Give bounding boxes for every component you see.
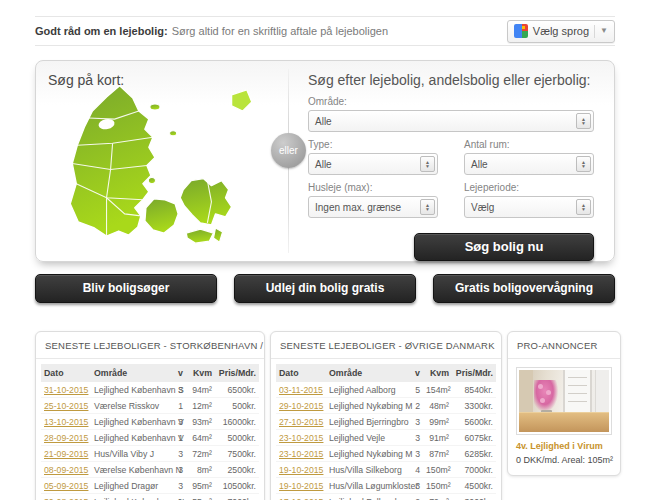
type-select[interactable]: Alle ▲▼ bbox=[308, 153, 438, 175]
table-row: 25-10-2015Værelse Risskov112m²500kr. bbox=[41, 398, 259, 414]
listing-date: 30-08-2015 bbox=[41, 494, 91, 500]
search-panel: Søg på kort: bbox=[35, 60, 615, 262]
select-stepper-icon: ▲▼ bbox=[420, 199, 435, 215]
listing-date-link[interactable]: 05-09-2015 bbox=[44, 481, 88, 491]
listing-date-link[interactable]: 08-09-2015 bbox=[44, 465, 88, 475]
listing-area: Lejlighed København V bbox=[91, 414, 174, 430]
type-select-value: Alle bbox=[309, 159, 420, 170]
rent-out-button[interactable]: Udlej din bolig gratis bbox=[234, 274, 416, 303]
table-row: 23-10-2015Lejlighed Nykøbing M387m²6285k… bbox=[276, 446, 496, 462]
column-header: Kvm bbox=[186, 364, 215, 382]
rent-select[interactable]: Ingen max. grænse ▲▼ bbox=[308, 196, 438, 218]
listing-price: 7500kr. bbox=[215, 446, 259, 462]
table-row: 27-10-2015Lejlighed Bjerringbro399m²5600… bbox=[276, 414, 496, 430]
listing-sqm: 87m² bbox=[423, 446, 452, 462]
table-row: 05-09-2015Lejlighed Dragør395m²10500kr. bbox=[41, 478, 259, 494]
map-region-zealand bbox=[180, 179, 231, 225]
listing-price: 6500kr. bbox=[215, 382, 259, 398]
listing-area: Lejlighed Vejle bbox=[326, 430, 411, 446]
listing-area: Lejlighed Bjerringbro bbox=[326, 414, 411, 430]
listing-date: 31-10-2015 bbox=[41, 382, 91, 398]
listing-date: 19-10-2015 bbox=[276, 462, 326, 478]
type-label: Type: bbox=[308, 139, 438, 150]
listing-date-link[interactable]: 23-10-2015 bbox=[279, 433, 323, 443]
area-field: Område: Alle ▲▼ bbox=[308, 96, 594, 132]
listing-sqm: 99m² bbox=[423, 414, 452, 430]
listing-date-link[interactable]: 29-10-2015 bbox=[279, 401, 323, 411]
listing-date: 17-10-2015 bbox=[276, 494, 326, 500]
listing-price: 500kr. bbox=[215, 398, 259, 414]
denmark-region-map[interactable] bbox=[44, 83, 276, 253]
listing-rooms: 5 bbox=[411, 382, 423, 398]
listing-price: 8540kr. bbox=[452, 382, 496, 398]
listing-date-link[interactable]: 31-10-2015 bbox=[44, 385, 88, 395]
listing-area: Lejlighed København S bbox=[91, 382, 174, 398]
pro-ad-details: 0 DKK/md. Areal: 105m² bbox=[516, 455, 612, 465]
listing-date: 03-11-2015 bbox=[276, 382, 326, 398]
listing-date-link[interactable]: 25-10-2015 bbox=[44, 401, 88, 411]
listing-area: Værelse København N bbox=[91, 462, 174, 478]
listing-date-link[interactable]: 23-10-2015 bbox=[279, 449, 323, 459]
map-pane: Søg på kort: bbox=[36, 61, 288, 261]
google-translate-icon bbox=[514, 24, 528, 38]
area-select[interactable]: Alle ▲▼ bbox=[308, 110, 594, 132]
listing-sqm: 72m² bbox=[186, 446, 215, 462]
table-row: 19-10-2015Hus/Villa Silkeborg4150m²7000k… bbox=[276, 462, 496, 478]
rooms-select[interactable]: Alle ▲▼ bbox=[464, 153, 594, 175]
column-header: Dato bbox=[41, 364, 91, 382]
listing-area: Lejlighed Føllenslev bbox=[326, 494, 411, 500]
pro-ad-link[interactable]: 4v. Lejlighed i Virum bbox=[516, 441, 612, 451]
chevron-down-icon: ▼ bbox=[600, 27, 608, 35]
apartment-interior-photo[interactable] bbox=[516, 367, 612, 435]
listing-sqm: 93m² bbox=[186, 414, 215, 430]
rent-select-value: Ingen max. grænse bbox=[309, 202, 420, 213]
rooms-select-value: Alle bbox=[465, 159, 576, 170]
listings-panel-copenhagen-aarhus: SENESTE LEJEBOLIGER - STORKØBENHAVN / ÅR… bbox=[35, 331, 265, 500]
language-select-button[interactable]: Vælg sprog ▼ bbox=[507, 20, 615, 43]
type-field: Type: Alle ▲▼ bbox=[308, 132, 438, 175]
column-header: Dato bbox=[276, 364, 326, 382]
listing-area: Værelse Risskov bbox=[91, 398, 174, 414]
period-select[interactable]: Vælg ▲▼ bbox=[464, 196, 594, 218]
listing-date-link[interactable]: 21-09-2015 bbox=[44, 449, 88, 459]
listing-price: 5600kr. bbox=[452, 414, 496, 430]
listing-area: Hus/Villa Silkeborg bbox=[326, 462, 411, 478]
period-label: Lejeperiode: bbox=[464, 182, 594, 193]
table-header-row: DatoOmrådevKvmPris/Mdr. bbox=[41, 364, 259, 382]
map-title: Søg på kort: bbox=[48, 72, 124, 88]
listing-price: 16000kr. bbox=[215, 414, 259, 430]
advice-text: Godt råd om en lejebolig:Sørg altid for … bbox=[35, 25, 388, 37]
listing-area: Lejlighed Dragør bbox=[91, 478, 174, 494]
listing-price: 3000kr. bbox=[452, 494, 496, 500]
listing-date-link[interactable]: 13-10-2015 bbox=[44, 417, 88, 427]
listing-rooms: 2 bbox=[411, 398, 423, 414]
listing-price: 5000kr. bbox=[215, 430, 259, 446]
search-form-title: Søg efter lejebolig, andelsbolig eller e… bbox=[308, 72, 594, 88]
listing-date-link[interactable]: 27-10-2015 bbox=[279, 417, 323, 427]
column-header: Område bbox=[91, 364, 174, 382]
listing-area: Lejlighed Nykøbing M bbox=[326, 398, 411, 414]
pro-ads-panel: PRO-ANNONCER 4v. Lejlighed i bbox=[507, 331, 621, 476]
listing-price: 7000kr. bbox=[215, 494, 259, 500]
table-row: 03-11-2015Lejlighed Aalborg5154m²8540kr. bbox=[276, 382, 496, 398]
photo-art bbox=[519, 370, 609, 432]
listing-sqm: 91m² bbox=[423, 430, 452, 446]
listing-sqm: 55m² bbox=[186, 494, 215, 500]
map-region-lolland bbox=[186, 229, 213, 243]
listing-rooms: 3 bbox=[174, 478, 186, 494]
search-submit-button[interactable]: Søg bolig nu bbox=[414, 233, 594, 261]
listing-date-link[interactable]: 19-10-2015 bbox=[279, 465, 323, 475]
table-row: 31-10-2015Lejlighed København S394m²6500… bbox=[41, 382, 259, 398]
listing-date: 19-10-2015 bbox=[276, 478, 326, 494]
listing-area: Lejlighed København N bbox=[91, 494, 174, 500]
listing-date: 27-10-2015 bbox=[276, 414, 326, 430]
become-seeker-button[interactable]: Bliv boligsøger bbox=[35, 274, 217, 303]
listing-date-link[interactable]: 19-10-2015 bbox=[279, 481, 323, 491]
listing-sqm: 8m² bbox=[186, 462, 215, 478]
rent-field: Husleje (max): Ingen max. grænse ▲▼ bbox=[308, 175, 438, 218]
monitoring-button[interactable]: Gratis boligovervågning bbox=[433, 274, 615, 303]
language-button-label: Vælg sprog bbox=[533, 25, 589, 37]
listing-date-link[interactable]: 28-09-2015 bbox=[44, 433, 88, 443]
listing-date: 08-09-2015 bbox=[41, 462, 91, 478]
listing-date-link[interactable]: 03-11-2015 bbox=[279, 385, 323, 395]
